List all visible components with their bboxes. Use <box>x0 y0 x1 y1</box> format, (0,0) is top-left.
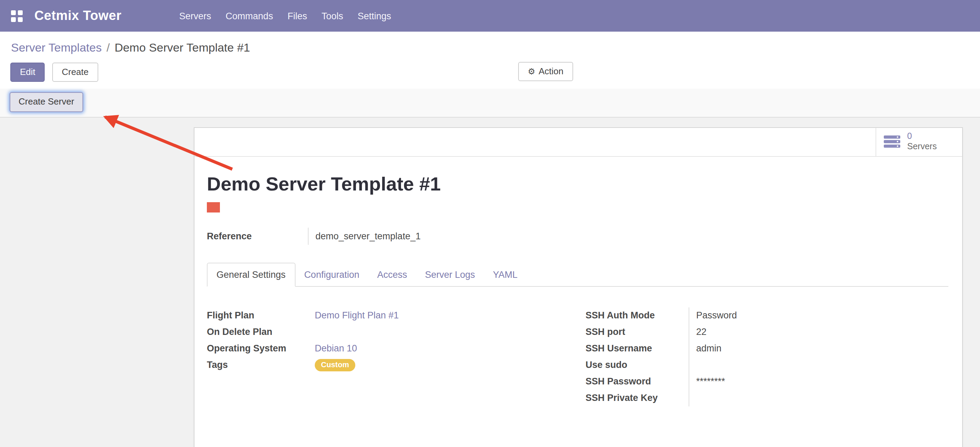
tag-badge: Custom <box>315 359 355 371</box>
app-brand: Cetmix Tower <box>34 8 122 23</box>
action-button[interactable]: ⚙Action <box>518 62 573 81</box>
field-row-ssh-password: SSH Password ******** <box>585 373 948 390</box>
create-server-button[interactable]: Create Server <box>10 93 83 112</box>
color-swatch <box>207 202 220 212</box>
record-title: Demo Server Template #1 <box>207 173 948 195</box>
servers-stat-button[interactable]: 0 Servers <box>875 128 962 156</box>
reference-value: demo_server_template_1 <box>308 227 421 244</box>
servers-count: 0 <box>907 131 937 142</box>
field-row-ssh-auth-mode: SSH Auth Mode Password <box>585 307 948 324</box>
reference-row: Reference demo_server_template_1 <box>207 227 948 244</box>
servers-count-label: Servers <box>907 142 937 152</box>
menu-item-files[interactable]: Files <box>288 11 307 21</box>
control-panel-buttons: Edit Create ⚙Action <box>0 57 980 89</box>
flight-plan-link[interactable]: Demo Flight Plan #1 <box>315 310 399 320</box>
statusbar: Create Server <box>0 89 980 118</box>
action-button-label: Action <box>539 66 563 76</box>
field-label: Operating System <box>207 340 315 356</box>
apps-grid-icon[interactable] <box>11 10 23 22</box>
field-label: Use sudo <box>585 356 689 373</box>
edit-button[interactable]: Edit <box>10 62 45 82</box>
field-groups: Flight Plan Demo Flight Plan #1 On Delet… <box>207 307 948 406</box>
field-value: Password <box>689 307 948 324</box>
stat-text: 0 Servers <box>907 131 937 152</box>
field-label: SSH Password <box>585 373 689 390</box>
tab-yaml[interactable]: YAML <box>484 263 527 286</box>
gear-icon: ⚙ <box>528 67 535 76</box>
field-value: 22 <box>689 324 948 340</box>
tab-configuration[interactable]: Configuration <box>295 263 368 286</box>
field-row-flight-plan: Flight Plan Demo Flight Plan #1 <box>207 307 585 324</box>
field-row-use-sudo: Use sudo <box>585 356 948 373</box>
tab-server-logs[interactable]: Server Logs <box>416 263 484 286</box>
menu-item-servers[interactable]: Servers <box>179 11 211 21</box>
field-value <box>689 390 948 406</box>
sheet-body: Demo Server Template #1 Reference demo_s… <box>194 173 962 406</box>
field-row-ssh-private-key: SSH Private Key <box>585 390 948 406</box>
field-label: SSH Auth Mode <box>585 307 689 324</box>
field-value <box>689 356 948 373</box>
field-row-ssh-port: SSH port 22 <box>585 324 948 340</box>
field-row-operating-system: Operating System Debian 10 <box>207 340 585 356</box>
reference-label: Reference <box>207 227 308 244</box>
field-row-ssh-username: SSH Username admin <box>585 340 948 356</box>
stat-button-box: 0 Servers <box>194 128 962 156</box>
field-group-left: Flight Plan Demo Flight Plan #1 On Delet… <box>207 307 585 406</box>
field-label: SSH port <box>585 324 689 340</box>
field-row-tags: Tags Custom <box>207 356 585 373</box>
field-value <box>315 324 585 340</box>
app-window: Cetmix Tower Servers Commands Files Tool… <box>0 0 980 447</box>
operating-system-link[interactable]: Debian 10 <box>315 343 357 353</box>
tab-access[interactable]: Access <box>368 263 416 286</box>
menu-item-commands[interactable]: Commands <box>226 11 273 21</box>
create-button[interactable]: Create <box>52 62 98 82</box>
breadcrumb-separator: / <box>107 41 110 54</box>
field-label: On Delete Plan <box>207 324 315 340</box>
main-menu: Servers Commands Files Tools Settings <box>179 11 391 21</box>
field-group-right: SSH Auth Mode Password SSH port 22 SSH U… <box>585 307 948 406</box>
breadcrumb-current: Demo Server Template #1 <box>115 41 250 54</box>
breadcrumb: Server Templates/Demo Server Template #1 <box>0 32 980 57</box>
control-panel: Server Templates/Demo Server Template #1… <box>0 32 980 117</box>
field-label: SSH Private Key <box>585 390 689 406</box>
form-view-content: 0 Servers Demo Server Template #1 Refere… <box>0 117 980 447</box>
field-label: Flight Plan <box>207 307 315 324</box>
top-navbar: Cetmix Tower Servers Commands Files Tool… <box>0 0 980 32</box>
field-row-on-delete-plan: On Delete Plan <box>207 324 585 340</box>
server-stack-icon <box>884 136 901 148</box>
field-value: admin <box>689 340 948 356</box>
field-value: ******** <box>689 373 948 390</box>
field-label: SSH Username <box>585 340 689 356</box>
menu-item-settings[interactable]: Settings <box>358 11 391 21</box>
breadcrumb-parent-link[interactable]: Server Templates <box>11 41 102 54</box>
notebook-tabs: General Settings Configuration Access Se… <box>207 262 948 286</box>
form-sheet: 0 Servers Demo Server Template #1 Refere… <box>194 127 963 447</box>
field-label: Tags <box>207 356 315 373</box>
tab-general-settings[interactable]: General Settings <box>207 262 295 286</box>
menu-item-tools[interactable]: Tools <box>321 11 343 21</box>
